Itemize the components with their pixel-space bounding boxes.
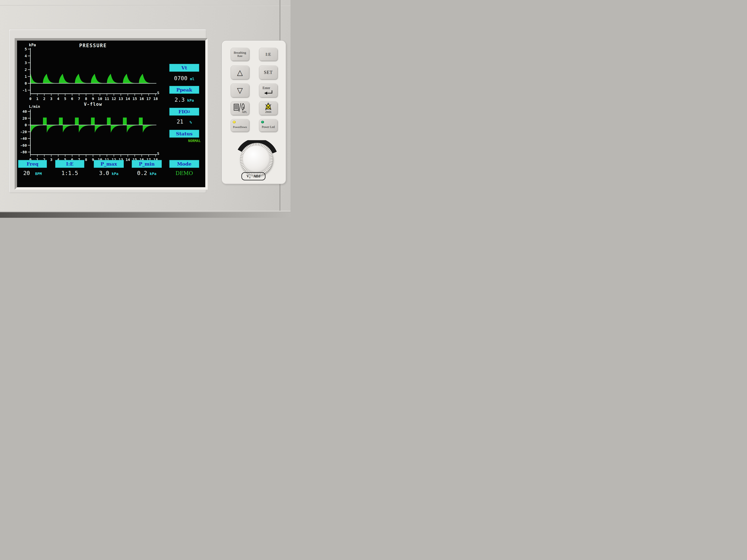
breathing-rate-button[interactable]: Breathing Rate [231, 48, 249, 61]
pmax-unit: kPa [112, 171, 119, 176]
svg-text:40: 40 [22, 109, 27, 114]
enter-return-arrow-icon [263, 90, 274, 95]
enter-button-label: Enter [262, 86, 270, 90]
svg-text:14: 14 [126, 157, 130, 162]
increase-button[interactable]: △ [231, 65, 249, 79]
bell-crossed-icon [264, 103, 273, 111]
status-value-row: NORMAL [168, 139, 201, 143]
crt-screen: 543210-101234567891011121314151617184020… [17, 41, 201, 182]
status-header: Status [170, 130, 199, 137]
freq-unit: BPM [35, 171, 42, 176]
bag-vent-apl-button[interactable]: APL [231, 101, 249, 115]
svg-text:-20: -20 [20, 130, 27, 134]
svg-text:3: 3 [50, 97, 52, 101]
ppeak-unit: kPa [187, 98, 194, 103]
pmax-header: P_max [94, 160, 124, 167]
pmax-header-label: P_max [101, 161, 117, 167]
svg-text:0: 0 [25, 123, 27, 127]
knob-label-vt-adj: VT ADJ [241, 172, 265, 180]
svg-text:2: 2 [43, 97, 45, 101]
pmin-value: 0.2 [137, 170, 147, 176]
svg-text:18: 18 [153, 97, 158, 101]
ie-header: I:E [55, 160, 84, 167]
apl-label: APL [242, 111, 247, 114]
freq-header-label: Freq [27, 161, 38, 167]
mode-value: DEMO [176, 170, 193, 176]
ie-ratio-button[interactable]: I:E [259, 48, 278, 61]
ie-value-row: 1:1.5 [55, 170, 84, 176]
pmin-header: P_min [132, 160, 161, 167]
ppeak-value: 2.3 [175, 97, 184, 103]
svg-text:14: 14 [126, 97, 130, 101]
triangle-down-icon: ▽ [237, 87, 243, 94]
power-led-green [261, 121, 264, 123]
svg-text:15: 15 [132, 97, 137, 101]
ppeak-header-label: Ppeak [176, 87, 192, 92]
knob-face[interactable] [243, 145, 270, 172]
mode-header: Mode [170, 160, 199, 167]
alarm-silence-2min-button[interactable]: 2min [259, 101, 278, 115]
svg-text:1: 1 [36, 97, 38, 101]
fio2-unit: % [190, 120, 192, 125]
svg-text:4: 4 [57, 97, 59, 101]
svg-text:12: 12 [112, 97, 116, 101]
set-button[interactable]: SET [259, 65, 278, 79]
set-button-label: SET [264, 70, 273, 75]
chassis-bottom-shadow [0, 212, 290, 218]
pmax-value-row: 3.0 kPa [94, 170, 124, 176]
svg-text:6: 6 [71, 97, 73, 101]
airway-pressure-waveform [30, 74, 156, 83]
svg-text:9: 9 [92, 97, 94, 101]
svg-text:4: 4 [25, 54, 27, 58]
svg-text:11: 11 [105, 97, 109, 101]
status-header-label: Status [176, 131, 193, 136]
svg-text:8: 8 [85, 97, 87, 101]
vt-value: 0700 [174, 75, 187, 81]
svg-text:7: 7 [78, 97, 80, 101]
fio2-value-row: 21 % [168, 118, 201, 125]
status-value: NORMAL [188, 139, 201, 143]
svg-text:-40: -40 [20, 136, 27, 141]
enter-button[interactable]: Enter [259, 83, 278, 97]
vt-header: Vt [170, 64, 199, 72]
power-down-button[interactable]: PowerDown [231, 119, 249, 132]
ppeak-header: Ppeak [170, 86, 199, 94]
ie-header-label: I:E [66, 161, 74, 167]
svg-text:2: 2 [25, 68, 27, 72]
fio2-value: 21 [177, 118, 183, 125]
svg-text:5: 5 [64, 97, 66, 101]
power-down-led-yellow [233, 121, 236, 123]
decrease-button[interactable]: ▽ [231, 83, 249, 97]
svg-text:3: 3 [25, 60, 27, 65]
svg-text:-80: -80 [20, 150, 27, 154]
svg-text:10: 10 [98, 97, 102, 101]
flow-xlabel: S [157, 151, 159, 156]
svg-text:-60: -60 [20, 143, 27, 148]
mode-header-label: Mode [177, 161, 191, 167]
svg-text:20: 20 [22, 116, 27, 121]
svg-text:3: 3 [50, 157, 52, 162]
tidal-volume-adjust-knob[interactable] [240, 143, 273, 176]
vt-value-row: 0700 ml [168, 75, 201, 81]
svg-text:1: 1 [25, 74, 27, 79]
fio2-header: FIO2 [170, 108, 199, 115]
vt-unit: ml [190, 77, 195, 81]
freq-value: 20 [23, 170, 30, 176]
pmax-value: 3.0 [99, 170, 109, 176]
power-down-label: PowerDown [233, 126, 247, 129]
fio2-header-label: FIO [178, 109, 188, 114]
breathing-rate-label-line2: Rate [237, 54, 242, 58]
svg-text:13: 13 [119, 97, 123, 101]
pmin-unit: kPa [150, 171, 156, 176]
svg-text:8: 8 [85, 157, 87, 162]
knob-label-vt: VT [247, 174, 251, 178]
triangle-up-icon: △ [237, 69, 243, 76]
svg-text:0: 0 [25, 81, 27, 85]
breathing-rate-label-line1: Breathing [234, 51, 246, 54]
vt-header-label: Vt [181, 65, 187, 71]
power-led-indicator: Power Led [259, 119, 278, 132]
pmin-value-row: 0.2 kPa [132, 170, 161, 176]
alarm-silence-label: 2min [265, 110, 272, 113]
svg-text:17: 17 [146, 97, 151, 101]
knob-label-adj: ADJ [254, 174, 260, 178]
